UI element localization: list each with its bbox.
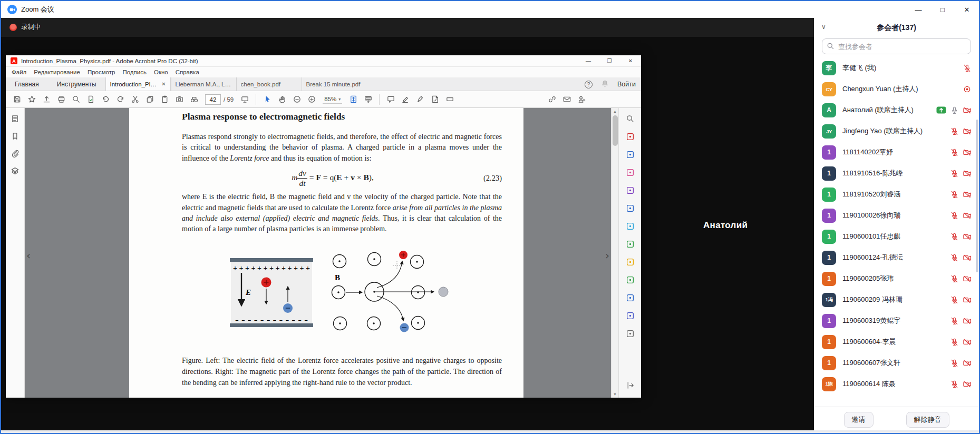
participants-scrollbar[interactable] [976, 120, 978, 272]
tab-close-icon[interactable]: ✕ [161, 81, 166, 87]
participant-row[interactable]: JYJingfeng Yao (联席主持人) [814, 121, 979, 142]
previous-page-arrow[interactable]: ‹ [26, 249, 31, 262]
participant-row[interactable]: 1冯1190600209 冯林珊 [814, 289, 979, 310]
acrobat-maximize-button[interactable]: ❐ [599, 55, 620, 66]
fit-page-icon[interactable] [346, 93, 360, 106]
send-mail-icon[interactable] [560, 93, 574, 106]
link-icon[interactable] [545, 93, 559, 106]
page-thumbnails-icon[interactable] [11, 114, 20, 125]
snippet-icon[interactable] [128, 93, 142, 106]
menu-редактирование[interactable]: Редактирование [30, 69, 84, 75]
collapse-panel-icon[interactable] [623, 379, 637, 391]
help-icon[interactable]: ? [585, 81, 593, 88]
redo-icon[interactable] [113, 93, 127, 106]
save-icon[interactable] [10, 93, 24, 106]
favorites-icon[interactable] [25, 93, 38, 106]
close-button[interactable]: ✕ [955, 1, 979, 18]
select-icon[interactable] [260, 93, 274, 106]
acrobat-minimize-button[interactable]: — [578, 55, 599, 66]
doc-tab-chen-book[interactable]: chen_book.pdf [236, 77, 302, 91]
scrollbar-thumb[interactable] [613, 115, 618, 146]
fill-sign-icon[interactable] [623, 202, 637, 214]
menu-окно[interactable]: Окно [150, 69, 172, 75]
print-production-icon[interactable] [623, 273, 637, 286]
page-check-icon[interactable] [84, 93, 98, 106]
binoculars-icon[interactable] [187, 93, 201, 106]
participant-row[interactable]: 11181910520刘睿涵 [814, 184, 979, 205]
menu-справка[interactable]: Справка [172, 69, 203, 75]
doc-tab-break[interactable]: Break 15 minute.pdf [302, 77, 367, 91]
share-file-icon[interactable] [40, 93, 53, 106]
copy-icon[interactable] [143, 93, 157, 106]
page-display-icon[interactable] [361, 93, 375, 106]
notifications-bell-icon[interactable] [601, 80, 609, 89]
comment-tools-icon[interactable] [623, 184, 637, 196]
export-pdf-icon[interactable] [623, 130, 637, 143]
participant-row[interactable]: 11181140202覃妤 [814, 142, 979, 163]
monitor-icon[interactable] [238, 93, 251, 106]
hand-icon[interactable] [275, 93, 289, 106]
chevron-down-icon[interactable]: ∨ [821, 23, 826, 31]
highlight-icon[interactable] [399, 93, 412, 106]
search-tools-icon[interactable] [623, 112, 637, 125]
stamp-icon[interactable] [623, 220, 637, 232]
sign-icon[interactable] [413, 93, 427, 106]
edit-pdf-icon[interactable] [623, 166, 637, 179]
redact-icon[interactable] [443, 93, 457, 106]
scroll-up-icon[interactable]: ▲ [612, 110, 618, 113]
next-page-arrow[interactable]: › [605, 249, 609, 262]
search-icon[interactable] [69, 93, 83, 106]
participant-row[interactable]: CYChengxun Yuan (主持人) [814, 78, 979, 100]
mic-off-icon [950, 359, 959, 368]
create-pdf-icon[interactable] [623, 148, 637, 161]
page-number-input[interactable]: 42 [205, 94, 221, 105]
page-flip-icon[interactable] [428, 93, 442, 106]
zoom-in-icon[interactable] [305, 93, 318, 106]
doc-tab-introduction-plasma[interactable]: Introduction_Plasm... ✕ [105, 77, 171, 91]
more-tools-icon[interactable] [623, 327, 637, 340]
unmute-button[interactable]: 解除静音 [906, 412, 949, 428]
participant-row[interactable]: 11190600101任忠麒 [814, 226, 979, 247]
participant-row[interactable]: 11190100026徐向瑞 [814, 205, 979, 226]
print-icon[interactable] [54, 93, 68, 106]
undo-icon[interactable] [99, 93, 112, 106]
comment-icon[interactable] [384, 93, 397, 106]
attachments-icon[interactable] [11, 149, 20, 160]
layers-icon[interactable] [11, 166, 20, 177]
tab-home[interactable]: Главная [6, 77, 48, 91]
participant-row[interactable]: 11190600604-李晨 [814, 331, 979, 352]
optimize-pdf-icon[interactable] [623, 309, 637, 322]
participant-row[interactable]: 11181910516-陈兆峰 [814, 163, 979, 184]
participant-row[interactable]: 1陈1190600614 陈聂 [814, 373, 979, 394]
participant-row[interactable]: 11190600607张文轩 [814, 352, 979, 373]
menu-просмотр[interactable]: Просмотр [84, 69, 119, 75]
scroll-down-icon[interactable]: ▼ [612, 392, 618, 396]
clipboard-icon[interactable] [158, 93, 171, 106]
person-add-icon[interactable] [575, 93, 588, 106]
participant-row[interactable]: 11190600205张玮 [814, 268, 979, 289]
invite-button[interactable]: 邀请 [844, 412, 874, 428]
participant-row[interactable]: 11190600124-孔德沄 [814, 247, 979, 268]
participant-status-icons [950, 359, 972, 368]
organize-pages-icon[interactable] [623, 255, 637, 268]
participant-row[interactable]: AАнатолий (联席主持人) [814, 100, 979, 121]
protect-icon[interactable] [623, 291, 637, 304]
avatar: 1 [822, 314, 836, 328]
menu-файл[interactable]: Файл [8, 69, 30, 75]
document-scrollbar[interactable]: ▲ ▼ [611, 108, 618, 398]
zoom-out-icon[interactable] [290, 93, 304, 106]
participant-row[interactable]: 11190600319黄鲲宇 [814, 310, 979, 331]
snapshot-icon[interactable] [172, 93, 186, 106]
zoom-level-select[interactable]: 85% ▾ [323, 95, 342, 104]
maximize-button[interactable]: □ [930, 1, 955, 18]
tab-tools[interactable]: Инструменты [48, 77, 105, 91]
participant-row[interactable]: 李李健飞 (我) [814, 57, 979, 78]
doc-tab-lieberman[interactable]: Lieberman M.A., Lic... [171, 77, 236, 91]
acrobat-close-button[interactable]: ✕ [620, 55, 641, 66]
measure-icon[interactable] [623, 238, 637, 250]
menu-подпись[interactable]: Подпись [119, 69, 150, 75]
search-participants-input[interactable] [822, 38, 971, 54]
signin-button[interactable]: Войти [617, 81, 636, 88]
minimize-button[interactable]: — [906, 1, 930, 18]
bookmarks-icon[interactable] [11, 132, 20, 142]
